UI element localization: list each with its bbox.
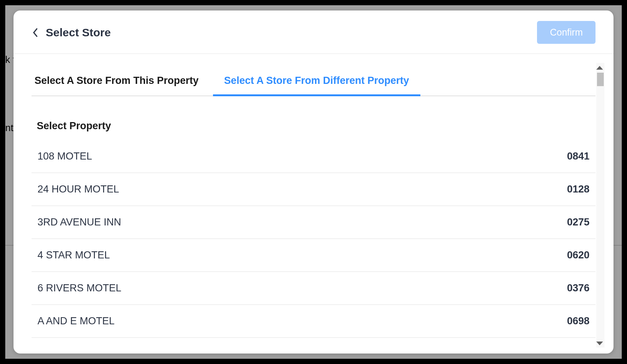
select-store-modal: Select Store Confirm Select A Store From… (14, 10, 614, 354)
tab-different-property[interactable]: Select A Store From Different Property (213, 70, 420, 95)
scroll-up-icon[interactable] (596, 66, 603, 70)
confirm-button[interactable]: Confirm (537, 21, 596, 44)
property-row[interactable]: 6 RIVERS MOTEL 0376 (32, 272, 596, 305)
property-name: 6 RIVERS MOTEL (38, 282, 122, 294)
header-left: Select Store (32, 26, 111, 39)
tabs-container: Select A Store From This Property Select… (32, 70, 596, 96)
property-name: A AND E MOTEL (38, 315, 115, 327)
tab-this-property[interactable]: Select A Store From This Property (32, 70, 213, 95)
back-chevron-icon[interactable] (32, 27, 39, 38)
property-row[interactable]: 108 MOTEL 0841 (32, 140, 596, 173)
modal-title: Select Store (46, 26, 111, 39)
modal-header: Select Store Confirm (14, 10, 614, 54)
property-row[interactable]: A AND E MOTEL 0698 (32, 305, 596, 338)
section-title: Select Property (32, 120, 596, 132)
scroll-down-icon[interactable] (596, 342, 603, 345)
property-code: 0620 (567, 249, 590, 261)
property-code: 0841 (567, 151, 590, 162)
property-row[interactable]: 3RD AVENUE INN 0275 (32, 206, 596, 239)
property-code: 0128 (567, 183, 590, 195)
modal-body[interactable]: Select A Store From This Property Select… (14, 54, 614, 354)
property-row[interactable]: 24 HOUR MOTEL 0128 (32, 173, 596, 206)
property-row[interactable]: 4 STAR MOTEL 0620 (32, 239, 596, 272)
property-name: 24 HOUR MOTEL (38, 183, 119, 195)
property-list: 108 MOTEL 0841 24 HOUR MOTEL 0128 3RD AV… (32, 140, 596, 338)
property-code: 0376 (567, 282, 590, 294)
property-name: 4 STAR MOTEL (38, 249, 110, 261)
property-code: 0698 (567, 315, 590, 327)
property-name: 108 MOTEL (38, 151, 92, 162)
property-name: 3RD AVENUE INN (38, 216, 121, 228)
scrollbar-thumb[interactable] (597, 73, 604, 86)
property-code: 0275 (567, 216, 590, 228)
scrollbar-track[interactable] (596, 63, 604, 348)
